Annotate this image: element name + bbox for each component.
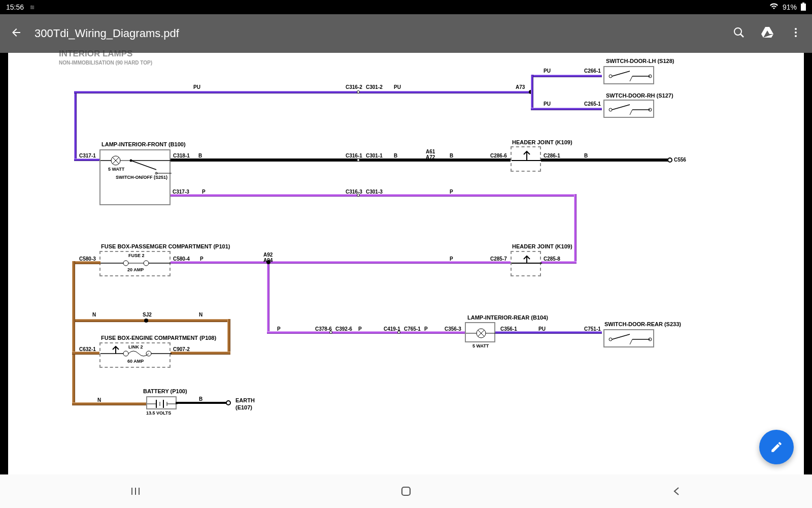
battery-box [146,396,177,409]
header-joint-2 [511,251,541,276]
svg-line-9 [630,76,632,81]
header-joint1-label: HEADER JOINT (K109) [512,139,572,145]
switch-door-lh-label: SWITCH-DOOR-LH (S128) [606,58,674,64]
stop-icon: ◾ [28,3,37,11]
fuse-pass-label: FUSE BOX-PASSEMGER COMPARTMENT (P101) [101,243,230,249]
battery-icon [801,3,806,12]
page-title: INTERIOR LAMPS [59,49,132,59]
svg-line-8 [612,71,630,76]
status-time: 15:56 [6,3,24,11]
switch-door-rh [603,100,654,118]
page-subtitle: NON-IMMOBILISATION (90 HARD TOP) [59,60,152,66]
drive-icon[interactable] [761,27,773,40]
back-button[interactable] [10,26,22,41]
svg-line-53 [612,334,630,339]
lamp-interior-front: 5 WATT SWITCH-ON/OFF (S251) [99,149,171,205]
status-bar: 15:56 ◾ 91% [0,0,812,14]
more-icon[interactable] [790,26,802,41]
svg-line-54 [630,339,632,344]
nav-home[interactable] [396,481,416,501]
svg-point-30 [123,261,128,266]
svg-point-12 [609,108,612,111]
svg-point-7 [609,75,612,78]
fuse-box-engine: LINK 2 60 AMP [99,342,171,368]
fuse-box-passenger: FUSE 2 20 AMP [99,251,171,276]
header-joint-1 [511,146,541,172]
battery-label: BATTERY (P100) [143,388,187,394]
svg-line-24 [131,161,156,170]
svg-point-32 [144,261,149,266]
switch-door-rear [603,329,654,347]
nav-back[interactable] [666,481,687,501]
svg-line-13 [612,105,630,110]
pdf-canvas[interactable]: INTERIOR LAMPS NON-IMMOBILISATION (90 HA… [8,53,804,474]
svg-rect-1 [801,4,806,11]
nav-bar [0,474,812,508]
svg-point-6 [795,35,797,37]
svg-point-52 [609,338,612,341]
switch-door-lh [603,66,654,84]
switch-door-rear-label: SWITCH-DOOR-REAR (S233) [604,321,681,327]
svg-point-5 [795,31,797,34]
svg-line-3 [740,34,743,37]
svg-line-14 [630,110,632,115]
app-bar: 300Tdi_Wiring_Diagrams.pdf [0,14,812,53]
lamp-front-label: LAMP-INTERIOR-FRONT (B100) [101,141,186,147]
switch-door-rh-label: SWTCH-DOOR-RH (S127) [606,92,673,99]
lamp-rear-label: LAMP-INTERIOR-REAR (B104) [467,314,548,321]
document-title: 300Tdi_Wiring_Diagrams.pdf [35,27,733,40]
svg-point-38 [123,351,128,356]
header-joint2-label: HEADER JOINT (K109) [512,243,572,249]
wiring-diagram: INTERIOR LAMPS NON-IMMOBILISATION (90 HA… [8,53,804,474]
svg-rect-60 [402,487,410,495]
svg-rect-0 [802,3,804,4]
fuse-eng-label: FUSE BOX-ENGINE COMPARTMENT (P108) [101,335,216,341]
lamp-interior-rear [465,322,495,342]
search-icon[interactable] [733,26,745,41]
nav-recent[interactable] [125,481,146,501]
svg-point-2 [734,28,741,35]
status-battery: 91% [783,3,797,11]
svg-point-4 [795,28,797,30]
wifi-icon [769,3,779,12]
edit-fab[interactable] [759,430,794,464]
